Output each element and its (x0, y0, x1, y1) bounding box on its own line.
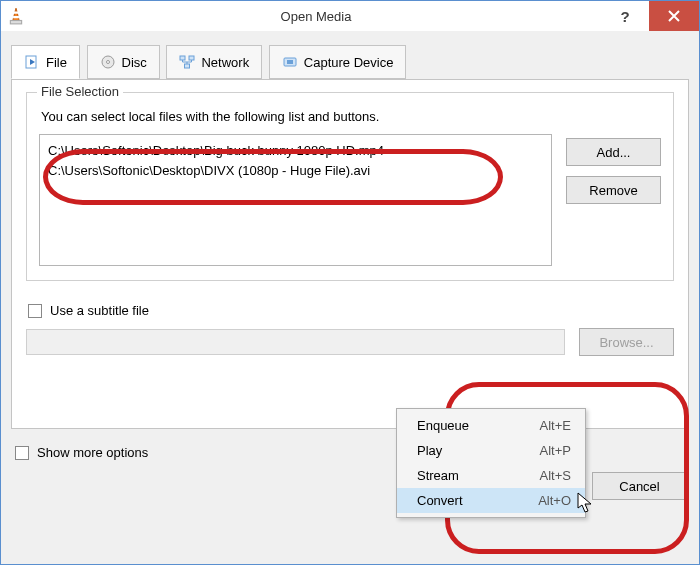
menu-item-enqueue[interactable]: Enqueue Alt+E (397, 413, 585, 438)
svg-marker-0 (13, 8, 20, 22)
tab-network[interactable]: Network (166, 45, 262, 79)
menu-item-stream[interactable]: Stream Alt+S (397, 463, 585, 488)
title-bar: Open Media ? (1, 1, 699, 31)
capture-tab-icon (282, 54, 298, 70)
use-subtitle-checkbox[interactable] (28, 304, 42, 318)
browse-subtitle-button: Browse... (579, 328, 674, 356)
show-more-row: Show more options (15, 445, 148, 460)
add-file-button[interactable]: Add... (566, 138, 661, 166)
help-button[interactable]: ? (601, 1, 649, 31)
menu-item-play[interactable]: Play Alt+P (397, 438, 585, 463)
open-media-dialog: Open Media ? File Disc Network Capture D… (0, 0, 700, 565)
disc-tab-icon (100, 54, 116, 70)
convert-save-menu: Enqueue Alt+E Play Alt+P Stream Alt+S Co… (396, 408, 586, 518)
tab-network-label: Network (201, 55, 249, 70)
network-tab-icon (179, 54, 195, 70)
svg-rect-8 (180, 56, 185, 60)
file-selection-group: File Selection You can select local file… (26, 92, 674, 281)
svg-point-7 (106, 61, 109, 64)
tab-strip: File Disc Network Capture Device (11, 41, 689, 79)
remove-file-button[interactable]: Remove (566, 176, 661, 204)
use-subtitle-label: Use a subtitle file (50, 303, 149, 318)
svg-rect-10 (185, 64, 190, 68)
window-title: Open Media (31, 9, 601, 24)
tab-file[interactable]: File (11, 45, 80, 79)
show-more-label: Show more options (37, 445, 148, 460)
vlc-cone-icon (7, 7, 25, 25)
tab-file-label: File (46, 55, 67, 70)
tab-capture-label: Capture Device (304, 55, 394, 70)
svg-rect-9 (189, 56, 194, 60)
svg-rect-3 (13, 16, 19, 18)
close-button[interactable] (649, 1, 699, 31)
svg-marker-14 (578, 493, 591, 512)
tab-disc[interactable]: Disc (87, 45, 160, 79)
file-tab-icon (24, 54, 40, 70)
menu-item-convert[interactable]: Convert Alt+O (397, 488, 585, 513)
cursor-icon (577, 492, 595, 514)
file-selection-desc: You can select local files with the foll… (41, 109, 661, 124)
file-list-item[interactable]: C:\Users\Softonic\Desktop\Big buck bunny… (48, 141, 543, 161)
file-list-item[interactable]: C:\Users\Softonic\Desktop\DIVX (1080p - … (48, 161, 543, 181)
cancel-button[interactable]: Cancel (592, 472, 687, 500)
subtitle-row: Use a subtitle file (28, 303, 672, 318)
file-selection-legend: File Selection (37, 84, 123, 99)
svg-rect-2 (14, 12, 19, 14)
svg-rect-12 (287, 60, 293, 64)
file-list[interactable]: C:\Users\Softonic\Desktop\Big buck bunny… (39, 134, 552, 266)
tab-panel-file: File Selection You can select local file… (11, 79, 689, 429)
show-more-checkbox[interactable] (15, 446, 29, 460)
client-area: File Disc Network Capture Device File Se… (1, 31, 699, 466)
tab-capture[interactable]: Capture Device (269, 45, 407, 79)
subtitle-path-input (26, 329, 565, 355)
tab-disc-label: Disc (122, 55, 147, 70)
svg-rect-1 (10, 21, 21, 24)
